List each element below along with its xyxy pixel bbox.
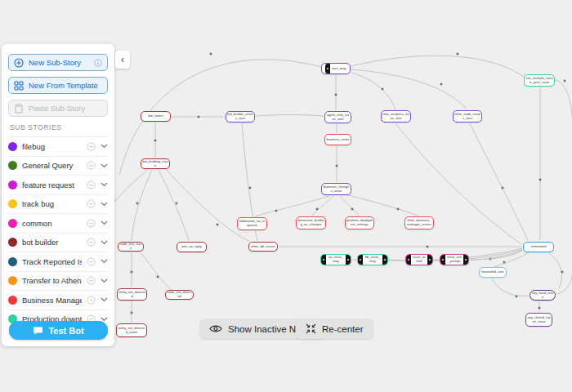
flow-node-any_fixed_issue[interactable]: any_fixed_issue xyxy=(530,290,556,301)
sidebar-item-general-query[interactable]: General Query xyxy=(8,156,108,176)
test-bot-button[interactable]: Test Bot xyxy=(9,321,108,340)
flow-node-bb_issue_msg[interactable]: bb_issue_msg xyxy=(357,254,388,265)
chevron-down-icon[interactable] xyxy=(101,182,108,187)
flow-node-use_multiple_intents_print_issue[interactable]: use_multiple_intents_print_issue xyxy=(524,74,555,87)
story-label: feature request xyxy=(22,180,82,189)
device-cap-icon xyxy=(382,255,387,265)
story-label: Transfer to Athena xyxy=(22,276,82,285)
sub-stories-section-title: SUB STORIES xyxy=(10,123,106,131)
sidebar-item-business-manager[interactable]: Business Manager xyxy=(8,290,108,310)
flow-node-bot_building_issue[interactable]: bot_building_issue xyxy=(141,158,170,169)
story-label: common xyxy=(22,219,82,228)
node-label: forwarded_user xyxy=(480,270,505,274)
chevron-down-icon[interactable] xyxy=(101,240,108,245)
node-label: other_business_manager_issues xyxy=(405,219,433,226)
chevron-down-icon[interactable] xyxy=(101,259,108,264)
flow-node-issue_acked[interactable]: issue_acked xyxy=(405,254,433,265)
chevron-down-icon[interactable] xyxy=(101,278,108,283)
remove-story-icon[interactable] xyxy=(87,142,96,151)
flow-node-additionals_no_response[interactable]: additionals_no_response xyxy=(237,217,267,230)
info-icon[interactable] xyxy=(94,59,102,67)
chevron-down-icon[interactable] xyxy=(101,163,108,168)
sidebar-item-feature-request[interactable]: feature request xyxy=(8,175,108,194)
remove-story-icon[interactable] xyxy=(87,199,96,208)
flow-node-terminated[interactable]: terminated xyxy=(523,242,554,252)
node-label: other_bb_issues xyxy=(250,245,275,249)
sidebar-item-track-bug[interactable]: track bug xyxy=(8,194,108,214)
flow-node-other_node_issues_start[interactable]: other_node_issues_start xyxy=(453,110,482,122)
flow-node-time_analytics_issue_start[interactable]: time_analytics_issue_start xyxy=(381,110,411,122)
flow-node-agent_chat_issue_start[interactable]: agent_chat_issue_start xyxy=(324,111,351,123)
story-color-dot xyxy=(8,257,17,266)
flow-node-business_changes_issue[interactable]: business_changes_issue xyxy=(321,183,351,195)
flow-node-wits_no_reply[interactable]: wits_no_reply xyxy=(177,242,207,252)
story-label: filebug xyxy=(22,142,82,151)
story-color-dot xyxy=(8,276,17,285)
remove-story-icon[interactable] xyxy=(87,238,96,247)
chevron-down-icon[interactable] xyxy=(101,297,108,302)
device-cap-icon xyxy=(406,255,411,265)
paste-icon xyxy=(14,104,24,114)
node-label: node_test_issue xyxy=(118,243,143,250)
flow-node-bot_builder_issues_start[interactable]: bot_builder_issues_start xyxy=(226,111,255,122)
node-label: entity_not_detected xyxy=(118,291,146,298)
node-label: additionals_no_response xyxy=(238,220,266,227)
flow-node-any_closed_report_issue[interactable]: any_closed_report_issue xyxy=(525,313,552,327)
story-color-dot xyxy=(8,142,17,151)
remove-story-icon[interactable] xyxy=(87,276,96,285)
app-root: start_msguse_multiple_intents_print_issu… xyxy=(0,0,572,392)
remove-story-icon[interactable] xyxy=(87,219,96,228)
sidebar-item-bot-builder[interactable]: bot builder xyxy=(8,233,108,252)
flow-node-other_bb_issues[interactable]: other_bb_issues xyxy=(248,242,278,252)
flow-node-forwarded_user[interactable]: forwarded_user xyxy=(479,267,507,278)
chevron-down-icon[interactable] xyxy=(101,202,108,207)
story-color-dot xyxy=(8,180,17,189)
flow-node-entity_not_detected[interactable]: entity_not_detected xyxy=(117,288,147,301)
sidebar-item-track-reported-issue[interactable]: Track Reported Issue xyxy=(8,252,108,271)
remove-story-icon[interactable] xyxy=(87,296,96,305)
node-label: aa_issue_msg xyxy=(327,256,345,263)
node-label: business_changes_issue xyxy=(322,185,351,193)
new-from-template-button[interactable]: New From Template xyxy=(8,77,108,94)
new-sub-story-label: New Sub-Story xyxy=(29,58,89,67)
test-bot-label: Test Bot xyxy=(48,326,83,336)
flow-node-aa_issue_msg[interactable]: aa_issue_msg xyxy=(320,254,351,265)
flow-node-other_business_manager_issues[interactable]: other_business_manager_issues xyxy=(404,216,434,229)
remove-story-icon[interactable] xyxy=(87,257,96,266)
flow-node-bot_name[interactable]: bot_name xyxy=(141,111,171,122)
remove-story-icon[interactable] xyxy=(87,161,96,170)
sub-story-list: filebug General Query xyxy=(8,136,108,328)
node-label: use_multiple_intents_print_issue xyxy=(525,77,554,84)
node-label: time_analytics_issue_start xyxy=(382,113,410,120)
sidebar-item-filebug[interactable]: filebug xyxy=(8,136,108,156)
flow-node-start_msg[interactable]: start_msg xyxy=(321,63,351,74)
remove-story-icon[interactable] xyxy=(87,180,96,189)
flow-node-issue_ack_prompt[interactable]: issue_ack_prompt xyxy=(440,254,469,265)
template-icon xyxy=(14,81,24,91)
chat-bubble-icon xyxy=(33,326,43,336)
flow-node-entity_not_detected_name[interactable]: entity_not_detected_name xyxy=(116,323,147,337)
node-label: any_closed_report_issue xyxy=(526,316,552,323)
flow-node-node_not_detected[interactable]: node_not_detected xyxy=(165,290,194,300)
device-cap-icon xyxy=(358,255,363,265)
chevron-down-icon[interactable] xyxy=(101,144,108,149)
sub-story-sidebar: New Sub-Story New From Template xyxy=(2,44,114,346)
flow-node-botversion_building_no_changes[interactable]: botversion_building_no_changes xyxy=(296,216,326,229)
flow-node-node_test_issue[interactable]: node_test_issue xyxy=(118,242,144,252)
device-cap-icon xyxy=(325,64,330,74)
node-label: entity_not_detected_name xyxy=(117,327,146,334)
story-color-dot xyxy=(8,219,17,228)
story-color-dot xyxy=(8,161,17,170)
sidebar-collapse-button[interactable]: ‹ xyxy=(115,51,130,69)
chevron-down-icon[interactable] xyxy=(101,220,108,225)
node-label: bot_name xyxy=(148,114,164,118)
node-label: node_not_detected xyxy=(166,291,193,298)
node-label: platform_deployment_settings xyxy=(346,219,373,226)
recenter-button[interactable]: Re-center xyxy=(296,318,373,339)
flow-node-business_name[interactable]: business_name xyxy=(324,134,351,145)
paste-sub-story-button[interactable]: Paste Sub-Story xyxy=(8,100,108,117)
flow-node-platform_deployment_settings[interactable]: platform_deployment_settings xyxy=(345,216,374,229)
new-sub-story-button[interactable]: New Sub-Story xyxy=(8,54,108,71)
sidebar-item-transfer-to-athena[interactable]: Transfer to Athena xyxy=(8,271,108,291)
sidebar-item-common[interactable]: common xyxy=(8,213,108,233)
